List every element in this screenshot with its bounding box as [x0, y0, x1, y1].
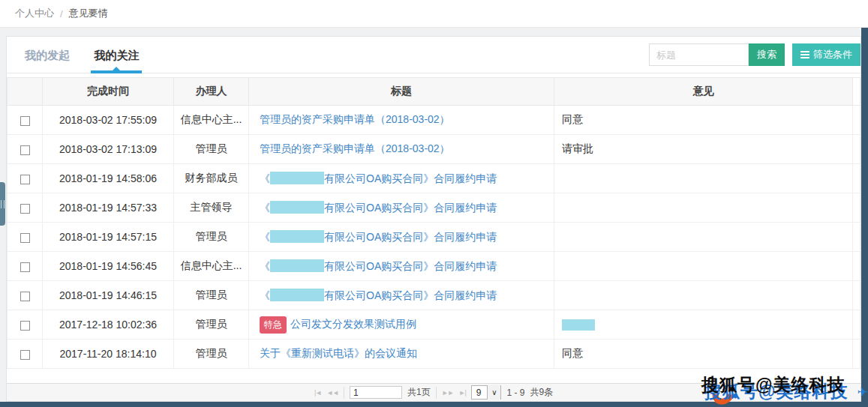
completion-time: 2018-01-19 14:57:33: [43, 193, 174, 223]
pagination-bar: |◄ ◄◄ 共1页 ►► ►| 9 ∨ 1 - 9 共9条: [7, 383, 860, 401]
page-size-select[interactable]: 9 ∨: [471, 385, 502, 400]
page-number-input[interactable]: [350, 386, 402, 399]
header-title: 标题: [249, 78, 554, 106]
title-link[interactable]: 《有限公司OA购买合同》合同履约申请: [260, 289, 497, 301]
title-link[interactable]: 管理员的资产采购申请单（2018-03-02）: [260, 113, 450, 125]
row-spacer: [853, 340, 860, 369]
search-input[interactable]: [649, 43, 749, 66]
redacted-company-name: [270, 230, 324, 243]
opinion-text: 请审批: [554, 135, 853, 164]
pager-divider: [344, 387, 344, 399]
next-page-icon[interactable]: ►►: [442, 389, 454, 397]
row-checkbox[interactable]: [20, 145, 30, 155]
title-prefix: 《: [260, 231, 270, 243]
breadcrumb-current: 意见要情: [69, 7, 108, 20]
title-link[interactable]: 《有限公司OA购买合同》合同履约申请: [260, 202, 497, 214]
record-total-label: 共9条: [530, 386, 553, 399]
last-page-icon[interactable]: ►|: [458, 389, 465, 397]
row-checkbox[interactable]: [20, 321, 30, 331]
title-link[interactable]: 《有限公司OA购买合同》合同履约申请: [260, 231, 497, 243]
title-prefix: 《: [260, 289, 270, 301]
tab-my-followed[interactable]: 我的关注: [91, 37, 142, 73]
table-row: 2018-01-19 14:57:33 主管领导 《有限公司OA购买合同》合同履…: [8, 193, 860, 223]
table-row: 2018-01-19 14:46:15 管理员 《有限公司OA购买合同》合同履约…: [8, 281, 860, 310]
table-row: 2018-01-19 14:57:15 管理员 《有限公司OA购买合同》合同履约…: [8, 223, 860, 252]
completion-time: 2018-03-02 17:55:09: [43, 106, 174, 135]
row-checkbox[interactable]: [20, 262, 30, 272]
redacted-company-name: [270, 172, 324, 184]
title-link[interactable]: 公司发文分发效果测试用例: [290, 318, 416, 330]
title-link[interactable]: 关于《重新测试电话》的会议通知: [260, 347, 417, 359]
row-checkbox[interactable]: [20, 116, 30, 126]
title-suffix: 有限公司OA购买合同》合同履约申请: [324, 202, 497, 214]
row-spacer: [853, 164, 860, 193]
title-suffix: 有限公司OA购买合同》合同履约申请: [324, 172, 497, 184]
tab-my-initiated[interactable]: 我的发起: [22, 37, 73, 73]
title-suffix: 有限公司OA购买合同》合同履约申请: [324, 289, 497, 301]
header-opinion: 意见: [554, 78, 853, 106]
completion-time: 2018-01-19 14:46:15: [43, 281, 174, 310]
row-spacer: [853, 281, 860, 310]
row-checkbox[interactable]: [20, 175, 30, 184]
search-group: 搜索 筛选条件: [649, 43, 860, 66]
completion-time: 2017-11-20 18:14:10: [43, 340, 174, 369]
right-frame-bar: [861, 28, 868, 407]
title-link[interactable]: 《有限公司OA购买合同》合同履约申请: [260, 172, 497, 184]
redacted-company-name: [270, 201, 324, 214]
table-row: 2017-12-18 10:02:36 管理员 特急公司发文分发效果测试用例: [8, 310, 860, 340]
tab-bar: 我的发起 我的关注 搜索 筛选条件: [7, 37, 860, 73]
row-checkbox[interactable]: [20, 233, 30, 243]
page-total-label: 共1页: [407, 386, 431, 399]
record-range-label: 1 - 9: [506, 388, 524, 398]
completion-time: 2018-01-19 14:58:06: [43, 164, 174, 193]
title-link[interactable]: 《有限公司OA购买合同》合同履约申请: [260, 260, 497, 272]
filter-button[interactable]: 筛选条件: [792, 43, 860, 66]
opinion-text: [554, 223, 853, 252]
urgent-badge: 特急: [260, 316, 287, 334]
filter-list-icon: [800, 51, 809, 58]
table-row: 2018-01-19 14:56:45 信息中心主... 《有限公司OA购买合同…: [8, 252, 860, 281]
title-suffix: 有限公司OA购买合同》合同履约申请: [324, 260, 497, 272]
breadcrumb-parent[interactable]: 个人中心: [15, 7, 54, 20]
row-checkbox[interactable]: [20, 292, 30, 301]
completion-time: 2018-03-02 17:13:09: [43, 135, 174, 164]
search-button[interactable]: 搜索: [749, 43, 785, 66]
completion-time: 2018-01-19 14:57:15: [43, 223, 174, 252]
row-spacer: [853, 135, 860, 164]
handler-name: 管理员: [174, 135, 249, 164]
table-header-row: 完成时间 办理人 标题 意见: [8, 78, 860, 106]
completion-time: 2018-01-19 14:56:45: [43, 252, 174, 281]
opinion-text: [554, 193, 853, 223]
sidebar-toggle-handle[interactable]: [0, 182, 5, 226]
title-link[interactable]: 管理员的资产采购申请单（2018-03-02）: [260, 142, 450, 154]
handler-name: 财务部成员: [174, 164, 249, 193]
breadcrumb-separator: /: [60, 8, 63, 19]
opinion-text: 同意: [554, 106, 853, 135]
header-spacer: [853, 78, 860, 106]
row-checkbox[interactable]: [20, 350, 30, 360]
title-prefix: 《: [260, 202, 270, 214]
pager-divider: [436, 387, 437, 399]
opinions-table: 完成时间 办理人 标题 意见 2018-03-02 17:55:09 信息中心主…: [7, 77, 860, 369]
page-size-value: 9: [472, 388, 488, 398]
row-spacer: [853, 310, 860, 340]
row-checkbox[interactable]: [20, 204, 30, 214]
redacted-opinion: [562, 319, 595, 331]
table-row: 2018-03-02 17:55:09 信息中心主... 管理员的资产采购申请单…: [8, 106, 860, 135]
tab-label: 我的关注: [94, 49, 139, 61]
bottom-frame-bar: [0, 402, 868, 407]
row-spacer: [853, 252, 860, 281]
header-checkbox: [8, 78, 43, 106]
active-tab-underline: [91, 70, 142, 73]
title-prefix: 《: [260, 172, 270, 184]
breadcrumb: 个人中心 / 意见要情: [0, 0, 868, 28]
handler-name: 管理员: [174, 223, 249, 252]
opinion-text: [554, 252, 853, 281]
handler-name: 信息中心主...: [174, 106, 249, 135]
title-prefix: 《: [260, 260, 270, 272]
first-page-icon[interactable]: |◄: [314, 389, 321, 397]
handler-name: 管理员: [174, 281, 249, 310]
prev-page-icon[interactable]: ◄◄: [326, 389, 338, 397]
chevron-down-icon: ∨: [487, 385, 500, 400]
handler-name: 主管领导: [174, 193, 249, 223]
